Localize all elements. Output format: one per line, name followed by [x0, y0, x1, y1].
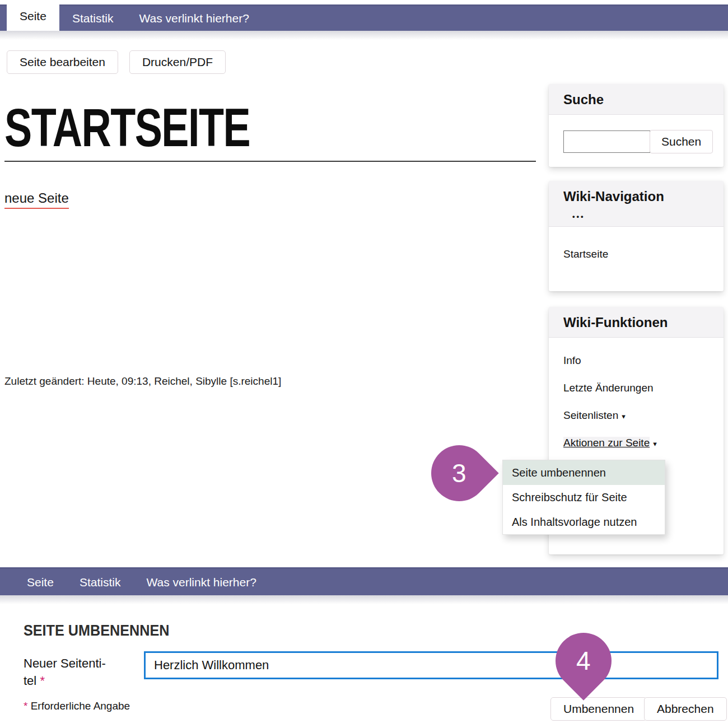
tab-bar-shadow-2	[0, 595, 728, 604]
tab-seite-2[interactable]: Seite	[14, 569, 67, 595]
new-page-link[interactable]: neue Seite	[4, 190, 69, 209]
rename-section-heading: SEITE UMBENENNEN	[24, 622, 169, 640]
func-item-letzte-aenderungen[interactable]: Letzte Änderungen	[563, 382, 724, 394]
wiki-functions-title: Wiki-Funktionen	[563, 315, 709, 330]
new-title-field-label: Neuer Seitenti- tel *	[24, 655, 106, 689]
required-footnote: * Erforderliche Angabe	[24, 700, 130, 712]
field-label-line1: Neuer Seitenti-	[24, 656, 106, 670]
nav-item-startseite[interactable]: Startseite	[563, 248, 724, 260]
func-item-seitenlisten-label: Seitenlisten	[563, 409, 618, 421]
wiki-functions-list: Info Letzte Änderungen Seitenlisten▾ Akt…	[549, 338, 724, 449]
tab-bar-shadow	[0, 31, 728, 40]
chevron-down-icon: ▾	[653, 440, 657, 448]
wiki-navigation-header: Wiki-Navigation •••	[549, 181, 724, 227]
func-item-info[interactable]: Info	[563, 354, 724, 367]
tab-statistik[interactable]: Statistik	[59, 6, 127, 31]
print-pdf-button[interactable]: Drucken/PDF	[129, 50, 226, 74]
wiki-navigation-title: Wiki-Navigation	[563, 189, 709, 204]
func-item-seitenlisten[interactable]: Seitenlisten▾	[563, 409, 724, 422]
annotation-step-3: 3	[419, 433, 498, 512]
title-divider	[4, 161, 536, 162]
wiki-screen: Seite Statistik Was verlinkt hierher? Se…	[0, 0, 728, 728]
edit-page-button[interactable]: Seite bearbeiten	[7, 50, 118, 74]
tab-bar-bottom: Seite Statistik Was verlinkt hierher?	[0, 567, 728, 595]
rename-submit-button[interactable]: Umbenennen	[550, 697, 647, 721]
tab-bar-top: Seite Statistik Was verlinkt hierher?	[0, 4, 728, 31]
menu-item-inhaltsvorlage[interactable]: Als Inhaltsvorlage nutzen	[503, 510, 665, 534]
annotation-step-3-number: 3	[452, 458, 466, 488]
last-modified-text: Zuletzt geändert: Heute, 09:13, Reichel,…	[4, 375, 281, 388]
tab-statistik-2[interactable]: Statistik	[67, 569, 134, 595]
search-panel-header: Suche	[549, 84, 724, 115]
search-input[interactable]	[563, 130, 650, 153]
wiki-navigation-panel: Wiki-Navigation ••• Startseite	[549, 181, 724, 291]
required-asterisk: *	[40, 674, 45, 688]
required-footnote-text: Erforderliche Angabe	[31, 700, 130, 712]
wiki-functions-header: Wiki-Funktionen	[549, 307, 724, 338]
annotation-step-4: 4	[544, 621, 623, 700]
menu-item-seite-umbenennen[interactable]: Seite umbenennen	[503, 460, 665, 485]
rename-cancel-button[interactable]: Abbrechen	[644, 697, 727, 721]
tab-was-verlinkt-hierher[interactable]: Was verlinkt hierher?	[126, 6, 262, 31]
search-panel-title: Suche	[563, 92, 709, 108]
func-item-aktionen-label: Aktionen zur Seite	[563, 437, 650, 449]
chevron-down-icon: ▾	[622, 412, 626, 421]
menu-item-schreibschutz[interactable]: Schreibschutz für Seite	[503, 485, 665, 510]
page-title: STARTSEITE	[4, 95, 250, 160]
search-button[interactable]: Suchen	[650, 130, 713, 153]
func-item-aktionen-zur-seite[interactable]: Aktionen zur Seite▾	[563, 437, 724, 449]
tab-was-verlinkt-hierher-2[interactable]: Was verlinkt hierher?	[133, 569, 269, 595]
page-toolbar: Seite bearbeiten Drucken/PDF	[7, 50, 226, 74]
new-page-title-input[interactable]	[144, 651, 718, 679]
ellipsis-menu-icon[interactable]: •••	[572, 212, 709, 221]
required-asterisk: *	[24, 700, 27, 712]
search-panel: Suche Suchen	[549, 84, 724, 167]
search-body: Suchen	[549, 115, 724, 153]
annotation-step-4-number: 4	[576, 646, 591, 676]
tab-seite[interactable]: Seite	[7, 1, 59, 32]
page-actions-menu: Seite umbenennen Schreibschutz für Seite…	[502, 460, 665, 535]
field-label-line2: tel	[24, 674, 36, 688]
